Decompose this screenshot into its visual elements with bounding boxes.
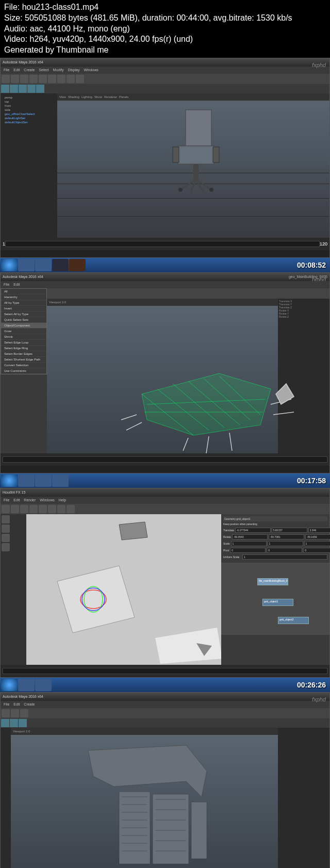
tx-input[interactable]: [235, 528, 271, 533]
view-menu[interactable]: View: [59, 95, 66, 99]
tool-icon[interactable]: [11, 709, 19, 717]
shelf-cylinder-icon[interactable]: [27, 85, 36, 93]
timeline-track[interactable]: [3, 456, 327, 463]
tab-geometry[interactable]: Geometry: [224, 517, 236, 520]
task-icon[interactable]: [35, 679, 52, 691]
outliner-item[interactable]: defaultLightSet: [3, 116, 55, 120]
tz-input[interactable]: [308, 528, 330, 533]
menu-select[interactable]: Select: [39, 68, 48, 72]
move-tool-icon[interactable]: [2, 525, 10, 533]
ty-input[interactable]: [272, 528, 307, 533]
network-view[interactable]: file_mainBuildingBlock_0 grid_object1 gr…: [221, 563, 329, 635]
shelf-sphere-icon[interactable]: [19, 85, 27, 93]
shelf-plane-icon[interactable]: [36, 85, 44, 93]
menu-item[interactable]: All by Type: [1, 300, 46, 306]
menu-item[interactable]: Select All by Type: [1, 312, 46, 317]
task-explorer-icon[interactable]: [18, 259, 35, 271]
px-input[interactable]: [230, 548, 266, 553]
select-tool-icon[interactable]: [48, 75, 56, 83]
start-button-icon[interactable]: [1, 474, 18, 487]
timeline[interactable]: 1 120: [1, 238, 329, 250]
scale-tool-icon[interactable]: [2, 543, 10, 551]
tool-icon[interactable]: [39, 505, 47, 513]
menu-create[interactable]: Create: [24, 702, 35, 706]
lighting-menu[interactable]: Lighting: [81, 95, 92, 99]
rz-input[interactable]: [305, 534, 330, 539]
tool-icon[interactable]: [57, 505, 65, 513]
outliner-item[interactable]: persp: [3, 95, 55, 100]
shelf-cube-icon[interactable]: [10, 85, 18, 93]
scale-tool-icon[interactable]: [76, 75, 84, 83]
menu-item[interactable]: Invert: [1, 306, 46, 312]
menu-file[interactable]: File: [4, 283, 9, 286]
menu-item[interactable]: Convert Selection: [1, 363, 46, 368]
menu-item[interactable]: Grow: [1, 329, 46, 334]
py-input[interactable]: [267, 548, 302, 553]
new-icon[interactable]: [2, 75, 10, 83]
task-ps-icon[interactable]: [52, 259, 69, 271]
menu-edit[interactable]: Edit: [13, 283, 20, 286]
shading-menu[interactable]: Shading: [68, 95, 79, 99]
tool-icon[interactable]: [48, 505, 56, 513]
rotate-tool-icon[interactable]: [67, 75, 75, 83]
tool-icon[interactable]: [11, 505, 19, 513]
pz-input[interactable]: [303, 548, 330, 553]
renderer-menu[interactable]: Renderer: [104, 95, 117, 99]
menu-item[interactable]: Use Constraints: [1, 368, 46, 374]
sy-input[interactable]: [268, 541, 303, 546]
sz-input[interactable]: [304, 541, 330, 546]
menu-item[interactable]: Hierarchy: [1, 294, 46, 300]
select-tool-icon[interactable]: [2, 515, 10, 523]
sx-input[interactable]: [231, 541, 267, 546]
menu-item[interactable]: Select Edge Ring: [1, 346, 46, 351]
menu-file[interactable]: File: [4, 68, 9, 72]
rx-input[interactable]: [232, 534, 268, 539]
menu-file[interactable]: File: [4, 702, 9, 706]
tool-icon[interactable]: [20, 505, 28, 513]
tool-icon[interactable]: [2, 505, 10, 513]
tool-icon[interactable]: [29, 505, 38, 513]
menu-item[interactable]: All: [1, 289, 46, 294]
timeline-track[interactable]: [3, 668, 327, 674]
start-button-icon[interactable]: [1, 259, 18, 271]
save-icon[interactable]: [20, 75, 28, 83]
tool-icon[interactable]: [67, 505, 75, 513]
outliner-item[interactable]: defaultObjectSet: [3, 120, 55, 124]
viewport[interactable]: [26, 514, 221, 665]
shelf-icon[interactable]: [19, 719, 27, 727]
shelf-icon[interactable]: [10, 719, 18, 727]
move-tool-icon[interactable]: [57, 75, 65, 83]
menu-file[interactable]: File: [4, 498, 9, 502]
undo-icon[interactable]: [29, 75, 38, 83]
menu-windows[interactable]: Windows: [40, 498, 54, 502]
task-icon[interactable]: [18, 679, 35, 691]
viewport[interactable]: View Shading Lighting Show Renderer Pane…: [57, 93, 329, 238]
start-button-icon[interactable]: [1, 679, 18, 691]
open-icon[interactable]: [11, 75, 19, 83]
task-ae-icon[interactable]: [69, 259, 86, 271]
menu-modify[interactable]: Modify: [53, 68, 64, 72]
menu-item[interactable]: Shrink: [1, 334, 46, 340]
menu-edit[interactable]: Edit: [13, 702, 20, 706]
outliner-item[interactable]: front: [3, 104, 55, 108]
menu-item[interactable]: Quick Select Sets: [1, 317, 46, 323]
task-maya-icon[interactable]: [35, 259, 52, 271]
tab-object[interactable]: grid_object1: [236, 517, 250, 520]
rotate-tool-icon[interactable]: [2, 534, 10, 542]
menu-item[interactable]: Select Edge Loop: [1, 340, 46, 346]
task-icon[interactable]: [35, 474, 52, 487]
task-icon[interactable]: [18, 474, 35, 487]
tool-icon[interactable]: [20, 709, 28, 717]
outliner-item[interactable]: side: [3, 108, 55, 112]
task-icon[interactable]: [52, 474, 69, 487]
tool-icon[interactable]: [2, 709, 10, 717]
menu-help[interactable]: Help: [59, 498, 66, 502]
menu-create[interactable]: Create: [24, 68, 35, 72]
outliner-item[interactable]: top: [3, 100, 55, 104]
menu-display[interactable]: Display: [68, 68, 79, 72]
show-menu[interactable]: Show: [94, 95, 102, 99]
node[interactable]: grid_object1: [262, 599, 293, 606]
timeline[interactable]: [1, 665, 329, 677]
menu-edit[interactable]: Edit: [13, 498, 20, 502]
panels-menu[interactable]: Panels: [119, 95, 128, 99]
